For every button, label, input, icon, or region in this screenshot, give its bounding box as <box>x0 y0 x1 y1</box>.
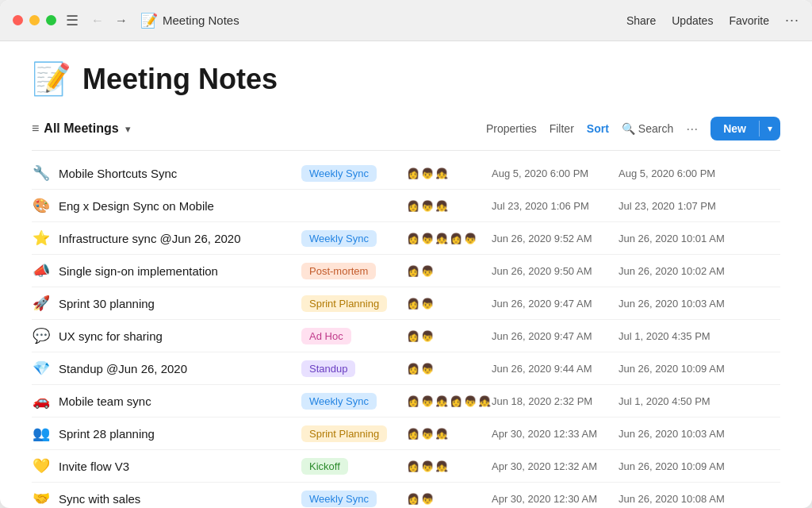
toolbar: ≡ All Meetings ▾ Properties Filter Sort … <box>32 117 780 151</box>
avatar: 👦 <box>419 294 436 312</box>
share-button[interactable]: Share <box>626 14 656 27</box>
back-arrow[interactable]: ← <box>88 12 107 29</box>
created-date: Jun 26, 2020 9:44 AM <box>492 363 619 375</box>
filter-button[interactable]: Filter <box>550 122 574 135</box>
updated-date: Jun 26, 2020 10:09 AM <box>619 460 745 472</box>
updated-date: Jun 26, 2020 10:03 AM <box>619 298 745 310</box>
meeting-name: Eng x Design Sync on Mobile <box>59 199 214 213</box>
new-button-group[interactable]: New ▾ <box>710 117 780 140</box>
meeting-name: Sprint 30 planning <box>59 297 155 310</box>
avatar: 👧 <box>433 197 450 214</box>
meeting-emoji: 🔧 <box>32 164 51 182</box>
avatar-group: 👩👦👧 <box>404 197 447 214</box>
meeting-emoji: 💬 <box>32 327 51 344</box>
new-chevron-icon[interactable]: ▾ <box>760 117 780 140</box>
avatar-group: 👩👦 <box>404 262 433 279</box>
created-date: Apr 30, 2020 12:32 AM <box>492 460 619 472</box>
meeting-name: Infrastructure sync @Jun 26, 2020 <box>59 232 241 245</box>
view-chevron-icon[interactable]: ▾ <box>125 123 131 135</box>
properties-button[interactable]: Properties <box>486 122 537 135</box>
tag-badge: Sprint Planning <box>301 295 387 312</box>
avatar: 👦 <box>462 229 479 247</box>
table-row[interactable]: 🚀 Sprint 30 planning Sprint Planning👩👦Ju… <box>32 287 780 320</box>
updated-date: Jul 1, 2020 4:50 PM <box>619 395 745 407</box>
meeting-emoji: 🚗 <box>32 392 51 410</box>
avatar-group: 👩👦👧👩👦 <box>404 229 476 247</box>
meeting-name: Standup @Jun 26, 2020 <box>59 362 187 375</box>
avatar-group: 👩👦 <box>404 360 433 377</box>
titlebar-title: Meeting Notes <box>163 13 626 27</box>
meeting-name: Mobile Shortcuts Sync <box>59 167 177 180</box>
updates-button[interactable]: Updates <box>672 14 713 27</box>
avatar: 👦 <box>419 490 436 507</box>
created-date: Jun 18, 2020 2:32 PM <box>492 395 619 407</box>
page-icon: 📝 <box>32 60 71 98</box>
table-row[interactable]: 🔧 Mobile Shortcuts Sync Weekly Sync👩👦👧Au… <box>32 157 780 190</box>
toolbar-right: Properties Filter Sort 🔍 Search ··· New … <box>486 117 780 140</box>
forward-arrow[interactable]: → <box>112 12 131 29</box>
table-row[interactable]: ⭐ Infrastructure sync @Jun 26, 2020 Week… <box>32 222 780 255</box>
meeting-emoji: ⭐ <box>32 229 51 247</box>
nav-arrows: ← → <box>88 12 131 29</box>
avatar: 👧 <box>433 425 450 442</box>
meeting-emoji: 🎨 <box>32 197 51 214</box>
minimize-button[interactable] <box>29 15 40 25</box>
avatar: 👧 <box>433 164 450 182</box>
close-button[interactable] <box>13 15 23 25</box>
main-content: 📝 Meeting Notes ≡ All Meetings ▾ Propert… <box>0 41 812 508</box>
created-date: Apr 30, 2020 12:33 AM <box>492 428 619 440</box>
tag-badge: Standup <box>301 360 355 377</box>
toolbar-left: ≡ All Meetings ▾ <box>32 121 486 136</box>
avatar: 👦 <box>419 327 436 344</box>
avatar-group: 👩👦👧 <box>404 164 447 182</box>
updated-date: Jun 26, 2020 10:02 AM <box>619 265 745 277</box>
maximize-button[interactable] <box>46 15 56 25</box>
favorite-button[interactable]: Favorite <box>729 14 769 27</box>
tag-badge: Weekly Sync <box>301 230 377 247</box>
tag-badge: Weekly Sync <box>301 165 377 182</box>
meeting-emoji: 📣 <box>32 262 51 279</box>
new-button[interactable]: New <box>710 117 759 140</box>
avatar-group: 👩👦 <box>404 327 433 344</box>
created-date: Jun 26, 2020 9:47 AM <box>492 298 619 310</box>
updated-date: Jun 26, 2020 10:08 AM <box>619 493 745 505</box>
avatar: 👦 <box>419 262 436 279</box>
table-row[interactable]: 💎 Standup @Jun 26, 2020 Standup👩👦Jun 26,… <box>32 352 780 385</box>
meeting-name: Single sign-on implementation <box>59 264 218 278</box>
table-row[interactable]: 📣 Single sign-on implementation Post-mor… <box>32 255 780 287</box>
search-icon: 🔍 <box>622 122 635 135</box>
all-meetings-label[interactable]: All Meetings <box>44 121 118 136</box>
created-date: Jun 26, 2020 9:47 AM <box>492 330 619 342</box>
meeting-emoji: 👥 <box>32 425 51 442</box>
search-label: Search <box>638 122 673 135</box>
tag-badge: Post-mortem <box>301 263 376 279</box>
tag-badge: Sprint Planning <box>301 425 387 442</box>
table-row[interactable]: 🤝 Sync with sales Weekly Sync👩👦Apr 30, 2… <box>32 483 780 508</box>
tag-badge: Kickoff <box>301 458 348 475</box>
table-row[interactable]: 🎨 Eng x Design Sync on Mobile 👩👦👧Jul 23,… <box>32 190 780 222</box>
updated-date: Jun 26, 2020 10:03 AM <box>619 428 745 440</box>
sort-button[interactable]: Sort <box>587 122 609 135</box>
avatar-group: 👩👦 <box>404 490 433 507</box>
table-row[interactable]: 💬 UX sync for sharing Ad Hoc👩👦Jun 26, 20… <box>32 320 780 352</box>
meeting-name: Sync with sales <box>59 492 140 506</box>
page-title: Meeting Notes <box>82 63 278 96</box>
table-row[interactable]: 🚗 Mobile team sync Weekly Sync👩👦👧👩👦👧Jun … <box>32 385 780 418</box>
menu-icon[interactable]: ☰ <box>66 12 79 29</box>
app-window: ☰ ← → 📝 Meeting Notes Share Updates Favo… <box>0 0 812 508</box>
updated-date: Jun 26, 2020 10:09 AM <box>619 363 745 375</box>
toolbar-more-button[interactable]: ··· <box>686 121 698 137</box>
created-date: Aug 5, 2020 6:00 PM <box>492 167 619 179</box>
updated-date: Jul 1, 2020 4:35 PM <box>619 330 745 342</box>
more-options-button[interactable]: ··· <box>785 12 799 29</box>
view-icon: ≡ <box>32 121 39 136</box>
titlebar: ☰ ← → 📝 Meeting Notes Share Updates Favo… <box>0 0 812 41</box>
created-date: Jun 26, 2020 9:52 AM <box>492 233 619 244</box>
table-row[interactable]: 👥 Sprint 28 planning Sprint Planning👩👦👧A… <box>32 418 780 450</box>
search-button[interactable]: 🔍 Search <box>622 122 673 135</box>
updated-date: Jul 23, 2020 1:07 PM <box>619 200 745 212</box>
meeting-name: Invite flow V3 <box>59 460 129 473</box>
created-date: Jul 23, 2020 1:06 PM <box>492 200 619 212</box>
avatar-group: 👩👦👧 <box>404 457 447 475</box>
table-row[interactable]: 💛 Invite flow V3 Kickoff👩👦👧Apr 30, 2020 … <box>32 450 780 483</box>
